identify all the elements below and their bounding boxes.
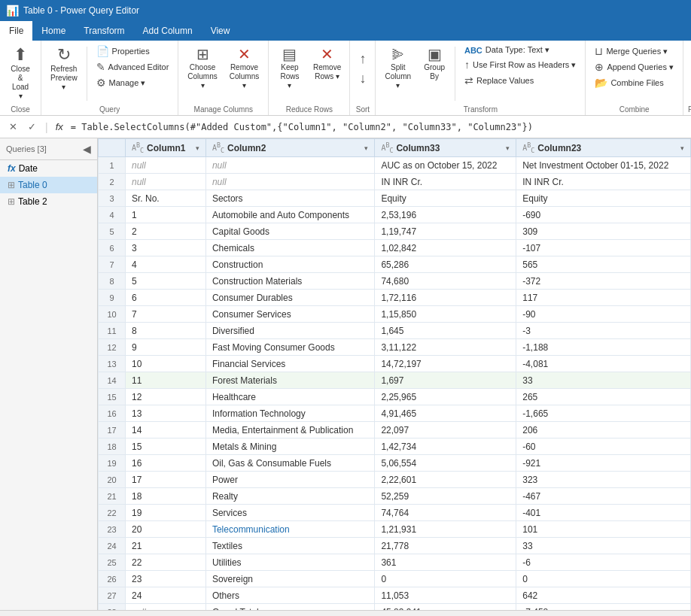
data-type-button[interactable]: ABC Data Type: Text ▾ xyxy=(460,44,580,56)
remove-rows-button[interactable]: ✕ RemoveRows ▾ xyxy=(309,44,346,84)
col33-dropdown[interactable] xyxy=(506,144,510,152)
keep-rows-button[interactable]: ▤ KeepRows ▾ xyxy=(273,44,306,93)
sort-asc-button[interactable]: ↑ xyxy=(355,50,370,68)
formula-bar: ✕ ✓ | fx xyxy=(0,116,691,138)
menu-item-file[interactable]: File xyxy=(0,21,32,41)
replace-values-button[interactable]: ⇄ Replace Values xyxy=(460,73,580,88)
menu-item-view[interactable]: View xyxy=(202,21,239,41)
table-cell: 45,83,941 xyxy=(375,604,516,610)
refresh-icon: ↻ xyxy=(57,47,71,63)
table-cell: null xyxy=(126,604,206,610)
use-first-row-button[interactable]: ↑ Use First Row as Headers ▾ xyxy=(460,57,580,72)
sidebar: Queries [3] ◀ fx Date ⊞ Table 0 ⊞ Table … xyxy=(0,138,98,610)
properties-icon: 📄 xyxy=(96,45,109,57)
sort-desc-icon: ↓ xyxy=(359,71,366,86)
table-cell: Construction xyxy=(205,256,374,273)
refresh-preview-button[interactable]: ↻ RefreshPreview ▾ xyxy=(46,44,82,95)
table-cell: 565 xyxy=(516,256,691,273)
table-cell: 0 xyxy=(375,571,516,587)
sidebar-item-date[interactable]: fx Date xyxy=(0,160,97,177)
table-row: 1512Healthcare2,25,965265 xyxy=(99,389,691,405)
combine-files-button[interactable]: 📂 Combine Files xyxy=(590,75,678,90)
col-header-column23[interactable]: ABC Column23 xyxy=(516,139,691,157)
table-cell: 2,22,601 xyxy=(375,472,516,488)
formula-confirm-button[interactable]: ✓ xyxy=(23,120,41,133)
table-cell: -90 xyxy=(516,306,691,323)
table-cell: 101 xyxy=(516,521,691,538)
table-cell: 24 xyxy=(126,587,206,604)
col23-dropdown[interactable] xyxy=(680,144,684,152)
table-cell: -401 xyxy=(516,505,691,521)
table-cell: 33 xyxy=(516,538,691,554)
table-cell: 1,697 xyxy=(375,372,516,389)
ribbon-group-parameters-label: Parameters xyxy=(688,104,691,114)
ribbon-group-close: ⬆ Close &Load ▾ Close xyxy=(0,41,41,115)
merge-queries-icon: ⊔ xyxy=(595,45,603,57)
table-row: 1411Forest Materials1,69733 xyxy=(99,372,691,389)
row-num-header xyxy=(99,139,126,157)
table-cell: -372 xyxy=(516,273,691,290)
sort-desc-button[interactable]: ↓ xyxy=(355,69,370,88)
table-cell: Media, Entertainment & Publication xyxy=(205,422,374,438)
table-cell: Others xyxy=(205,587,374,604)
table-cell: 0 xyxy=(516,571,691,587)
table-row: 2421Textiles21,77833 xyxy=(99,538,691,554)
remove-rows-icon: ✕ xyxy=(321,47,333,62)
table-cell: 21,778 xyxy=(375,538,516,554)
table-cell: 11 xyxy=(126,372,206,389)
formula-input[interactable] xyxy=(71,122,686,132)
table-cell: 23 xyxy=(126,571,206,587)
col-header-column1[interactable]: ABC Column1 xyxy=(126,139,206,157)
table-cell: 12 xyxy=(126,389,206,405)
table-icon-2: ⊞ xyxy=(8,196,15,207)
table-area[interactable]: ABC Column1 ABC Column2 xyxy=(98,138,691,610)
append-queries-button[interactable]: ⊕ Append Queries ▾ xyxy=(590,59,678,74)
table-cell: 13 xyxy=(126,405,206,422)
table-cell: 22 xyxy=(126,554,206,571)
group-by-button[interactable]: ▣ GroupBy xyxy=(419,44,450,84)
close-load-button[interactable]: ⬆ Close &Load ▾ xyxy=(5,44,36,104)
sidebar-item-table0[interactable]: ⊞ Table 0 xyxy=(0,177,97,193)
data-table: ABC Column1 ABC Column2 xyxy=(98,138,691,610)
append-queries-icon: ⊕ xyxy=(595,61,604,73)
menu-item-add-column[interactable]: Add Column xyxy=(134,21,202,41)
table-cell: 2,53,196 xyxy=(375,207,516,223)
table-cell: 10 xyxy=(126,356,206,372)
ribbon-group-combine-label: Combine xyxy=(590,104,678,114)
sidebar-collapse-button[interactable]: ◀ xyxy=(83,143,91,155)
table-cell: Forest Materials xyxy=(205,372,374,389)
table-cell: 3 xyxy=(126,240,206,256)
sidebar-item-table2[interactable]: ⊞ Table 2 xyxy=(0,193,97,210)
title-bar: 📊 Table 0 - Power Query Editor xyxy=(0,0,691,21)
table-cell: 16 xyxy=(126,455,206,472)
menu-bar: File Home Transform Add Column View xyxy=(0,21,691,41)
data-type-icon: ABC xyxy=(464,46,482,55)
table-row: 2118Realty52,259-467 xyxy=(99,488,691,505)
properties-button[interactable]: 📄 Properties xyxy=(92,44,174,59)
split-column-button[interactable]: ⫸ SplitColumn ▾ xyxy=(380,44,416,93)
merge-queries-button[interactable]: ⊔ Merge Queries ▾ xyxy=(590,44,678,59)
remove-columns-button[interactable]: ✕ RemoveColumns ▾ xyxy=(225,44,263,93)
table-cell: IN INR Cr. xyxy=(375,174,516,190)
table-row: 52Capital Goods1,19,747309 xyxy=(99,223,691,240)
table-row: 2522Utilities361-6 xyxy=(99,554,691,571)
table-cell: -6 xyxy=(516,554,691,571)
table-cell: 4 xyxy=(126,256,206,273)
menu-item-transform[interactable]: Transform xyxy=(75,21,133,41)
table-cell: Sectors xyxy=(205,190,374,207)
col-header-column2[interactable]: ABC Column2 xyxy=(205,139,374,157)
menu-item-home[interactable]: Home xyxy=(32,21,75,41)
formula-cancel-button[interactable]: ✕ xyxy=(5,120,22,133)
col1-dropdown[interactable] xyxy=(196,144,199,152)
choose-columns-button[interactable]: ⊞ ChooseColumns ▾ xyxy=(183,44,221,93)
table-cell: 19 xyxy=(126,505,206,521)
col2-dropdown[interactable] xyxy=(364,144,368,152)
table-cell: Financial Services xyxy=(205,356,374,372)
sort-asc-icon: ↑ xyxy=(359,51,366,67)
table-cell: null xyxy=(205,157,374,174)
ribbon-group-query-label: Query xyxy=(46,104,173,114)
advanced-editor-button[interactable]: ✎ Advanced Editor xyxy=(92,59,174,74)
manage-button[interactable]: ⚙ Manage ▾ xyxy=(92,75,174,90)
table-cell: 1,645 xyxy=(375,323,516,339)
col-header-column33[interactable]: ABC Column33 xyxy=(375,139,516,157)
